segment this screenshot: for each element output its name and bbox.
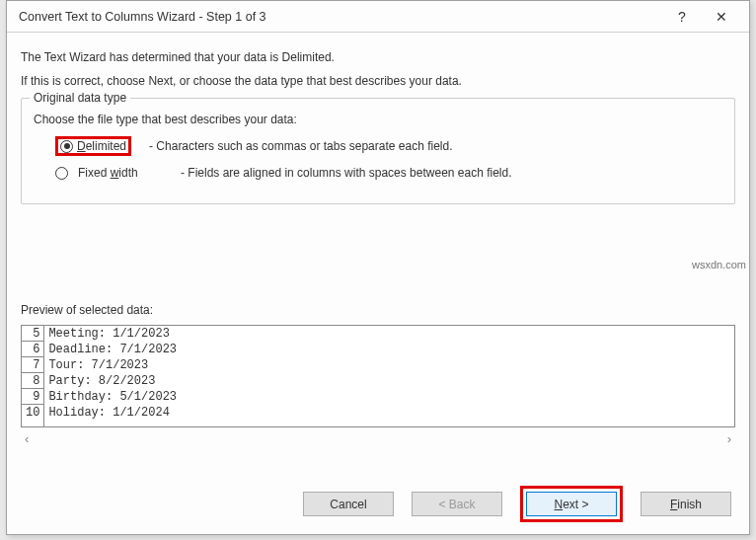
preview-lines: Meeting: 1/1/2023 Deadline: 7/1/2023 Tou… xyxy=(44,326,734,426)
radio-fixed-row: Fixed width - Fields are aligned in colu… xyxy=(55,164,722,182)
preview-line: Tour: 7/1/2023 xyxy=(44,357,734,373)
line-num: 6 xyxy=(22,342,43,357)
preview-line: Deadline: 7/1/2023 xyxy=(44,342,734,357)
watermark: wsxdn.com xyxy=(692,259,746,270)
radio-delimited-row: Delimited - Characters such as commas or… xyxy=(55,136,722,156)
preview-section: Preview of selected data: 5 6 7 8 9 10 M… xyxy=(21,303,735,446)
preview-title: Preview of selected data: xyxy=(21,303,735,317)
line-num: 8 xyxy=(22,373,43,389)
radio-delimited[interactable] xyxy=(60,140,73,153)
preview-line: Party: 8/2/2023 xyxy=(44,373,734,389)
preview-linenums: 5 6 7 8 9 10 xyxy=(22,326,44,426)
preview-line: Birthday: 5/1/2023 xyxy=(44,389,734,405)
fieldset-legend: Original data type xyxy=(30,91,130,105)
next-highlight: Next > xyxy=(520,486,623,522)
original-data-type-group: Original data type Choose the file type … xyxy=(21,98,735,204)
preview-line: Meeting: 1/1/2023 xyxy=(44,326,734,342)
back-button: < Back xyxy=(412,492,502,516)
fixed-desc: - Fields are aligned in columns with spa… xyxy=(181,166,512,180)
delimited-desc: - Characters such as commas or tabs sepa… xyxy=(149,139,452,153)
line-num: 7 xyxy=(22,357,43,373)
radio-delimited-label[interactable]: Delimited xyxy=(77,139,126,153)
cancel-button[interactable]: Cancel xyxy=(303,492,394,516)
next-button[interactable]: Next > xyxy=(526,492,617,516)
dialog-body: The Text Wizard has determined that your… xyxy=(7,33,749,446)
finish-button[interactable]: Finish xyxy=(641,492,731,516)
intro-text-2: If this is correct, choose Next, or choo… xyxy=(21,74,735,88)
scroll-left-icon[interactable]: ‹ xyxy=(25,431,29,446)
line-num: 5 xyxy=(22,326,43,342)
radio-fixed-width[interactable] xyxy=(55,167,68,180)
help-button[interactable]: ? xyxy=(662,3,702,31)
radio-fixed-label[interactable]: Fixed width xyxy=(74,164,163,182)
choose-text: Choose the file type that best describes… xyxy=(34,113,722,126)
preview-scroll[interactable]: ‹ › xyxy=(21,427,735,446)
close-button[interactable]: ✕ xyxy=(702,3,741,31)
scroll-right-icon[interactable]: › xyxy=(727,431,731,446)
line-num: 9 xyxy=(22,389,43,405)
preview-line: Holiday: 1/1/2024 xyxy=(44,405,734,421)
wizard-dialog: Convert Text to Columns Wizard - Step 1 … xyxy=(6,0,750,535)
preview-box: 5 6 7 8 9 10 Meeting: 1/1/2023 Deadline:… xyxy=(21,325,735,427)
delimited-highlight: Delimited xyxy=(55,136,131,156)
intro-text-1: The Text Wizard has determined that your… xyxy=(21,50,735,64)
titlebar: Convert Text to Columns Wizard - Step 1 … xyxy=(7,1,749,33)
line-num: 10 xyxy=(22,405,43,421)
button-row: Cancel < Back Next > Finish xyxy=(303,486,731,522)
dialog-title: Convert Text to Columns Wizard - Step 1 … xyxy=(19,10,662,24)
